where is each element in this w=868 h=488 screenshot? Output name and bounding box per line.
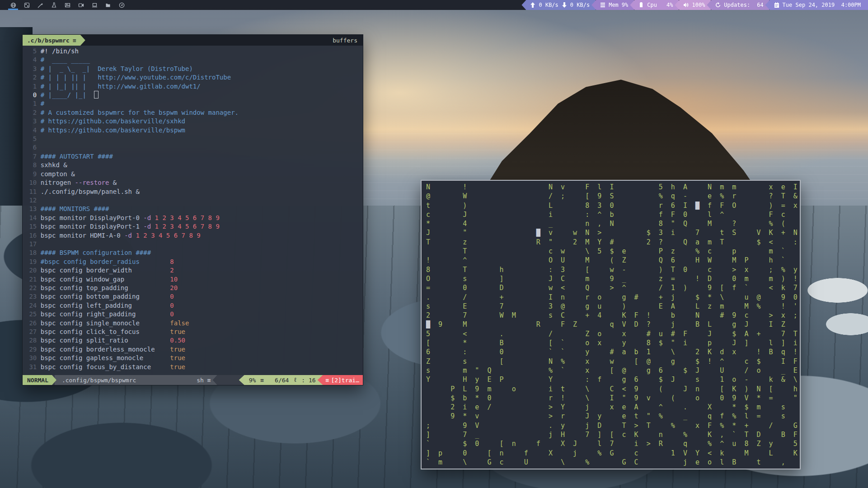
editor-line: 21bspc config window_gap 10 (25, 275, 363, 284)
editor-line: 16bspc monitor HDMI-A-0 -d 1 2 3 4 5 6 7… (25, 231, 363, 240)
editor-line: 13#### MONITORS #### (25, 205, 363, 213)
editor-line: 2# | | | || | http://www.youtube.com/c/D… (25, 73, 363, 82)
laptop-icon (92, 2, 98, 8)
send-icon (119, 2, 125, 8)
editor-line: 30bspc config gapless_monocle true (25, 354, 363, 362)
updates-count: 64 (757, 2, 763, 8)
editor-line: 12 (25, 196, 363, 205)
scroll-percent: 9% (249, 377, 256, 384)
tab-bspwmrc[interactable]: .c/b/bspwmrc ≡ (23, 35, 85, 46)
cmatrix-window[interactable]: N ! N v F l I 5 h A N m m x e I@ W / ; [… (421, 180, 801, 469)
editor-line: 23bspc config bottom_padding 0 (25, 292, 363, 301)
calendar-icon (774, 2, 779, 8)
editor-line: 1# (25, 99, 363, 108)
net-download-value: 0 KB/s (570, 2, 590, 8)
warning-lines-icon: ≡ (326, 377, 329, 384)
editor-line: 26bspc config single_monocle false (25, 319, 363, 328)
file-path: .config/bspwm/bspwmrc (62, 377, 136, 384)
vim-mode-indicator: NORMAL (23, 375, 56, 385)
workspace-laptop-icon[interactable] (88, 0, 101, 10)
editor-line: 1# | |_| || | http://www.gitlab.com/dwt1… (25, 82, 363, 91)
folder-icon (105, 2, 111, 8)
editor-line: 27bspc config click_to_focus true (25, 328, 363, 336)
refresh-icon (715, 2, 721, 8)
editor-line: 10nitrogen --restore & (25, 178, 363, 187)
memory-icon (600, 2, 605, 8)
editor-line: 4# https://github.com/baskerville/bspwm (25, 126, 363, 135)
workspace-switcher (0, 0, 128, 10)
memory-stat: Mem 9% (591, 0, 634, 10)
editor-line: 19#bspc config border_radius 8 (25, 258, 363, 266)
statusline-position-segment: 9% ≡ 6/64 ℓ : 16 (239, 375, 323, 385)
editor-line: 29bspc config borderless_monocle true (25, 345, 363, 354)
mem-value: 9% (622, 2, 628, 8)
globe-icon (10, 2, 16, 8)
image-icon (65, 2, 70, 8)
percent-icon: ≡ (260, 377, 264, 384)
editor-line: 15bspc monitor DisplayPort-1 -d 1 2 3 4 … (25, 222, 363, 231)
editor-window[interactable]: .c/b/bspwmrc ≡ buffers 5#! /bin/sh4# ___… (22, 34, 363, 385)
mem-label: Mem (609, 2, 619, 8)
editor-line: 3# | _ \_ _| Derek Taylor (DistroTube) (25, 65, 363, 73)
editor-line: 6 (25, 143, 363, 152)
editor-line: 20bspc config border_width 2 (25, 266, 363, 275)
workspace-dice-icon[interactable] (20, 0, 33, 10)
editor-line: 4# ____ _____ (25, 56, 363, 64)
editor-line: 24bspc config left_padding 0 (25, 301, 363, 310)
cpu-value: 4% (666, 2, 673, 8)
workspace-folder-icon[interactable] (101, 0, 115, 10)
workspace-video-icon[interactable] (74, 0, 88, 10)
panel-stats: 0 KB/s 0 KB/s Mem 9% Cpu 4% 100% Updates… (525, 0, 868, 10)
editor-tabbar: .c/b/bspwmrc ≡ buffers (23, 35, 363, 46)
editor-line: 5 (25, 135, 363, 143)
workspace-dropper-icon[interactable] (33, 0, 47, 10)
filetype-icon: ≡ (207, 377, 211, 384)
workspace-flask-icon[interactable] (47, 0, 61, 10)
volume-stat: 100% (675, 0, 711, 10)
filetype-label: sh (197, 377, 204, 384)
video-icon (78, 2, 84, 8)
editor-line: 31bspc config focus_by_distance true (25, 363, 363, 371)
tab-title: .c/b/bspwmrc (27, 37, 70, 44)
editor-buffer[interactable]: 5#! /bin/sh4# ____ _____3# | _ \_ _| Der… (23, 46, 363, 375)
matrix-rain: N ! N v F l I 5 h A N m m x e I@ W / ; [… (422, 181, 800, 467)
top-panel: 0 KB/s 0 KB/s Mem 9% Cpu 4% 100% Updates… (0, 0, 868, 10)
workspace-globe-icon[interactable] (6, 0, 20, 10)
volume-value: 100% (692, 2, 705, 8)
editor-line: 8sxhkd & (25, 161, 363, 169)
cpu-stat: Cpu 4% (630, 0, 679, 10)
editor-line: 0# |____/ |_| (25, 91, 363, 99)
buffers-label: buffers (333, 37, 363, 44)
workspace-send-icon[interactable] (115, 0, 128, 10)
net-upload-value: 0 KB/s (539, 2, 558, 8)
cpu-icon (638, 2, 644, 8)
column-number: : 16 (301, 377, 315, 384)
statusline-warning-segment: ≡ [2]trai… (318, 375, 363, 385)
updates-stat: Updates: 64 (707, 0, 769, 10)
trailing-whitespace-warning: [2]trai… (331, 377, 359, 384)
dropper-icon (38, 2, 43, 8)
workspace-image-icon[interactable] (61, 0, 74, 10)
dice-icon (24, 2, 30, 8)
cpu-label: Cpu (647, 2, 657, 8)
speaker-icon (683, 2, 689, 8)
editor-line: 14bspc monitor DisplayPort-0 -d 1 2 3 4 … (25, 214, 363, 222)
statusline-file-segment: .config/bspwm/bspwmrc sh ≡ (55, 375, 217, 385)
editor-line: 9compton & (25, 170, 363, 178)
buffer-lines-icon: ≡ (73, 37, 76, 44)
editor-line: 18#### BSPWM configuration #### (25, 249, 363, 257)
editor-line: 7#### AUTOSTART #### (25, 152, 363, 161)
network-stat: 0 KB/s 0 KB/s (521, 0, 596, 10)
line-position: 6/64 (275, 377, 289, 384)
updates-label: Updates: (724, 2, 750, 8)
editor-statusline: NORMAL .config/bspwm/bspwmrc sh ≡ 9% ≡ 6… (23, 375, 363, 385)
editor-line: 25bspc config right_padding 0 (25, 310, 363, 319)
editor-line: 22bspc config top_padding 20 (25, 284, 363, 292)
flask-icon (51, 2, 57, 8)
desktop: { "panel": { "workspaces": [ {"icon": "g… (0, 0, 868, 488)
editor-line: 17 (25, 240, 363, 249)
editor-line: 5#! /bin/sh (25, 47, 363, 56)
datetime-value: Tue Sep 24, 2019 4:00PM (783, 2, 861, 8)
clock-stat: Tue Sep 24, 2019 4:00PM (765, 0, 868, 10)
editor-line: 2# A customized bspwmrc for the bspwm wi… (25, 108, 363, 117)
